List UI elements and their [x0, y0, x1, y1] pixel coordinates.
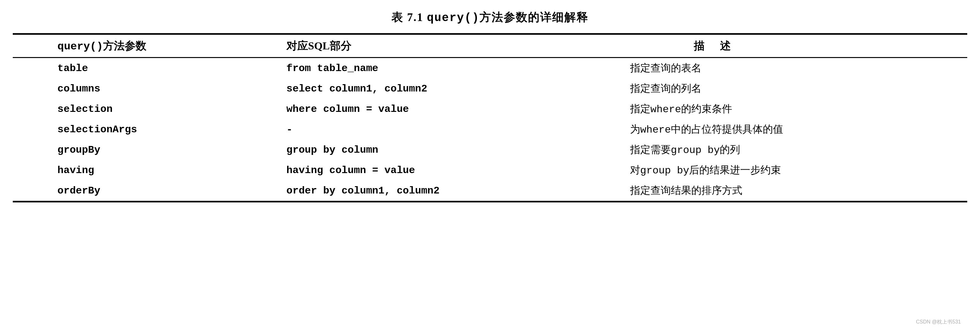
desc-mono: where [651, 104, 681, 116]
desc-post: 后的结果进一步约束 [689, 164, 781, 176]
table-header-row: query()方法参数 对应SQL部分 描 述 [13, 34, 967, 58]
cell-param: table [13, 58, 280, 79]
desc-pre: 指定查询的表名 [630, 62, 702, 74]
desc-post: 的列 [720, 144, 740, 155]
header-desc: 描 述 [624, 34, 967, 58]
cell-desc: 指定查询的列名 [624, 78, 967, 99]
header-sql: 对应SQL部分 [280, 34, 624, 58]
table-row: selection where column = value 指定where的约… [13, 99, 967, 119]
cell-param: groupBy [13, 139, 280, 160]
cell-param: selection [13, 99, 280, 119]
desc-mono: where [640, 124, 671, 136]
header-param-suffix: 方法参数 [103, 40, 146, 52]
header-param: query()方法参数 [13, 34, 280, 58]
desc-post: 的约束条件 [681, 103, 732, 114]
cell-param: selectionArgs [13, 119, 280, 139]
caption-prefix: 表 7.1 [391, 11, 427, 24]
cell-param: having [13, 160, 280, 181]
cell-desc: 指定查询的表名 [624, 58, 967, 79]
table-row: having having column = value 对group by后的… [13, 160, 967, 181]
desc-pre: 指定 [630, 103, 651, 114]
cell-desc: 指定查询结果的排序方式 [624, 181, 967, 202]
cell-sql: having column = value [280, 160, 624, 181]
cell-desc: 对group by后的结果进一步约束 [624, 160, 967, 181]
caption-suffix: 方法参数的详细解释 [479, 11, 589, 24]
cell-param: columns [13, 78, 280, 99]
table-row: table from table_name 指定查询的表名 [13, 58, 967, 79]
desc-pre: 指定需要 [630, 144, 671, 155]
desc-pre: 对 [630, 164, 640, 176]
desc-mono: group by [640, 165, 689, 177]
cell-desc: 指定需要group by的列 [624, 139, 967, 160]
cell-sql: order by column1, column2 [280, 181, 624, 202]
desc-post: 中的占位符提供具体的值 [671, 124, 783, 135]
caption-code: query() [427, 11, 479, 25]
table-row: groupBy group by column 指定需要group by的列 [13, 139, 967, 160]
cell-desc: 为where中的占位符提供具体的值 [624, 119, 967, 139]
desc-pre: 指定查询结果的排序方式 [630, 185, 742, 196]
table-row: selectionArgs - 为where中的占位符提供具体的值 [13, 119, 967, 139]
cell-sql: from table_name [280, 58, 624, 79]
desc-pre: 指定查询的列名 [630, 82, 702, 94]
table-caption: 表 7.1 query()方法参数的详细解释 [13, 10, 967, 25]
table-row: orderBy order by column1, column2 指定查询结果… [13, 181, 967, 202]
desc-mono: group by [671, 144, 720, 156]
cell-param: orderBy [13, 181, 280, 202]
cell-desc: 指定where的约束条件 [624, 99, 967, 119]
cell-sql: select column1, column2 [280, 78, 624, 99]
cell-sql: where column = value [280, 99, 624, 119]
table-body: table from table_name 指定查询的表名 columns se… [13, 58, 967, 202]
desc-pre: 为 [630, 124, 640, 135]
header-param-code: query() [57, 41, 103, 52]
query-params-table: query()方法参数 对应SQL部分 描 述 table from table… [13, 33, 967, 203]
cell-sql: group by column [280, 139, 624, 160]
cell-sql: - [280, 119, 624, 139]
table-row: columns select column1, column2 指定查询的列名 [13, 78, 967, 99]
